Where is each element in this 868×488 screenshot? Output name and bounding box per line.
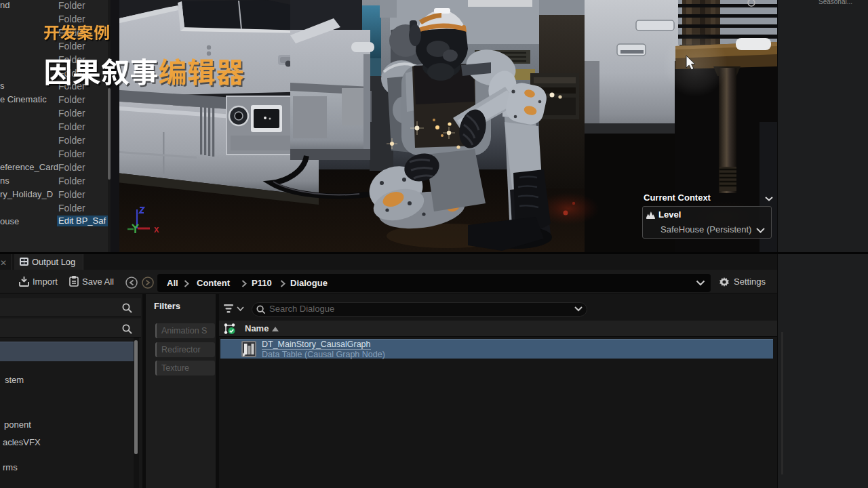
svg-text:X: X [154,226,159,234]
